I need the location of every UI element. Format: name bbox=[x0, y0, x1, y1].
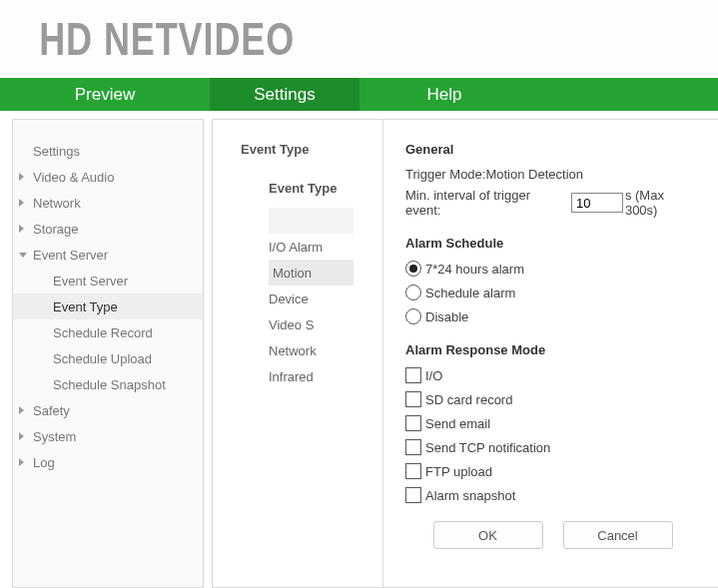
schedule-section: Alarm Schedule 7*24 hours alarm Schedule… bbox=[405, 236, 700, 324]
sidebar-label: Schedule Snapshot bbox=[53, 377, 166, 392]
event-type-label: Network bbox=[269, 343, 317, 358]
opt-label: 7*24 hours alarm bbox=[425, 262, 524, 277]
radio-icon bbox=[405, 261, 421, 277]
event-type-label: Video S bbox=[269, 317, 314, 332]
opt-label: Alarm snapshot bbox=[425, 488, 515, 503]
sidebar-item-settings[interactable]: Settings bbox=[13, 138, 203, 164]
event-type-label: Device bbox=[269, 292, 309, 306]
nav-help[interactable]: Help bbox=[359, 78, 529, 111]
sidebar-label: Safety bbox=[33, 403, 70, 418]
response-opt-email[interactable]: Send email bbox=[405, 415, 700, 431]
interval-row: Min. interval of trigger event: s (Max 3… bbox=[405, 188, 700, 218]
main-nav: Preview Settings Help bbox=[0, 78, 718, 111]
response-opt-sd[interactable]: SD card record bbox=[405, 391, 700, 407]
sidebar-item-storage[interactable]: Storage bbox=[13, 216, 203, 242]
sidebar-item-video-audio[interactable]: Video & Audio bbox=[13, 164, 203, 190]
sidebar-item-log[interactable]: Log bbox=[13, 449, 203, 475]
chevron-right-icon bbox=[19, 406, 24, 414]
chevron-down-icon bbox=[19, 253, 27, 258]
opt-label: Send email bbox=[425, 416, 490, 431]
sidebar-label: Log bbox=[33, 455, 55, 470]
radio-icon bbox=[405, 285, 421, 300]
response-heading: Alarm Response Mode bbox=[405, 342, 700, 357]
sidebar-item-event-server-child[interactable]: Event Server bbox=[13, 268, 203, 294]
nav-settings[interactable]: Settings bbox=[210, 78, 359, 111]
opt-label: Send TCP notification bbox=[425, 440, 550, 455]
schedule-heading: Alarm Schedule bbox=[405, 236, 700, 251]
sidebar-item-schedule-upload[interactable]: Schedule Upload bbox=[13, 345, 203, 371]
opt-label: SD card record bbox=[425, 392, 512, 407]
button-bar: OK Cancel bbox=[405, 521, 700, 549]
interval-input[interactable] bbox=[571, 193, 623, 213]
sidebar-item-system[interactable]: System bbox=[13, 423, 203, 449]
sidebar-label: Network bbox=[33, 196, 81, 211]
opt-label: I/O bbox=[425, 368, 442, 383]
event-type-label: Motion bbox=[273, 266, 312, 281]
opt-label: Schedule alarm bbox=[425, 286, 515, 300]
checkbox-icon bbox=[405, 463, 421, 479]
schedule-opt-disable[interactable]: Disable bbox=[405, 308, 700, 324]
response-opt-snapshot[interactable]: Alarm snapshot bbox=[405, 487, 700, 503]
settings-panel: General Trigger Mode: Motion Detection M… bbox=[382, 120, 718, 587]
checkbox-icon bbox=[405, 439, 421, 455]
response-section: Alarm Response Mode I/O SD card record S… bbox=[405, 342, 700, 503]
event-type-row-blank[interactable] bbox=[269, 208, 354, 234]
sidebar-label: Storage bbox=[33, 222, 79, 237]
opt-label: FTP upload bbox=[425, 464, 492, 479]
sidebar-item-schedule-record[interactable]: Schedule Record bbox=[13, 319, 203, 345]
chevron-right-icon bbox=[19, 199, 24, 207]
chevron-right-icon bbox=[19, 432, 24, 440]
interval-unit: s (Max 300s) bbox=[625, 188, 700, 218]
opt-label: Disable bbox=[425, 309, 468, 324]
event-type-label: Infrared bbox=[269, 369, 314, 384]
sidebar-item-network[interactable]: Network bbox=[13, 190, 203, 216]
sidebar-label: Event Type bbox=[53, 299, 118, 314]
header: HD NETVIDEO bbox=[0, 0, 718, 78]
response-opt-ftp[interactable]: FTP upload bbox=[405, 463, 700, 479]
sidebar-label: Event Server bbox=[53, 274, 128, 289]
sidebar-label: Settings bbox=[33, 144, 80, 159]
trigger-mode-value: Motion Detection bbox=[485, 167, 583, 182]
chevron-right-icon bbox=[19, 225, 24, 233]
chevron-right-icon bbox=[19, 458, 24, 466]
sidebar-label: System bbox=[33, 429, 76, 444]
response-opt-io[interactable]: I/O bbox=[405, 367, 700, 383]
radio-icon bbox=[405, 308, 421, 324]
chevron-right-icon bbox=[19, 173, 24, 181]
sidebar-item-event-server[interactable]: Event Server bbox=[13, 242, 203, 268]
general-heading: General bbox=[405, 142, 700, 157]
schedule-opt-schedule[interactable]: Schedule alarm bbox=[405, 285, 700, 300]
checkbox-icon bbox=[405, 391, 421, 407]
event-type-label: I/O Alarm bbox=[269, 240, 323, 255]
event-type-row-motion[interactable]: Motion bbox=[269, 260, 354, 286]
interval-label: Min. interval of trigger event: bbox=[405, 188, 569, 218]
sidebar-label: Schedule Upload bbox=[53, 351, 152, 366]
brand-logo: HD NETVIDEO bbox=[39, 13, 295, 65]
sidebar-item-safety[interactable]: Safety bbox=[13, 397, 203, 423]
sidebar: Settings Video & Audio Network Storage E… bbox=[12, 119, 204, 588]
trigger-mode-row: Trigger Mode: Motion Detection bbox=[405, 167, 700, 182]
sidebar-label: Video & Audio bbox=[33, 170, 114, 185]
checkbox-icon bbox=[405, 367, 421, 383]
checkbox-icon bbox=[405, 487, 421, 503]
content: Event Type Event Type I/O Alarm Motion D… bbox=[212, 119, 718, 588]
ok-button[interactable]: OK bbox=[433, 521, 543, 549]
checkbox-icon bbox=[405, 415, 421, 431]
trigger-mode-label: Trigger Mode: bbox=[405, 167, 485, 182]
general-section: General Trigger Mode: Motion Detection M… bbox=[405, 142, 700, 218]
sidebar-item-schedule-snapshot[interactable]: Schedule Snapshot bbox=[13, 371, 203, 397]
cancel-button[interactable]: Cancel bbox=[563, 521, 673, 549]
schedule-opt-247[interactable]: 7*24 hours alarm bbox=[405, 261, 700, 277]
nav-preview[interactable]: Preview bbox=[0, 78, 210, 111]
sidebar-item-event-type[interactable]: Event Type bbox=[13, 294, 203, 319]
response-opt-tcp[interactable]: Send TCP notification bbox=[405, 439, 700, 455]
sidebar-label: Schedule Record bbox=[53, 325, 153, 340]
sidebar-label: Event Server bbox=[33, 248, 108, 263]
